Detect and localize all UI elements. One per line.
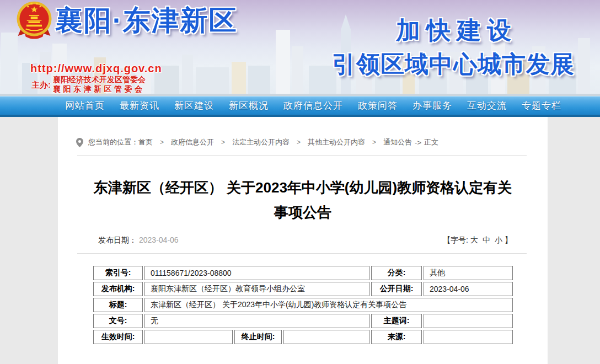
breadcrumb-separator: > (297, 138, 301, 146)
title-divider (77, 253, 527, 254)
article-meta-row: 发布日期：2023-04-06 【字号:大中小】 (98, 235, 512, 245)
font-size-small-button[interactable]: 小 (495, 235, 502, 244)
document-meta-table: 索引号: 011158671/2023-08800 分类: 其他 发布机构: 襄… (92, 264, 515, 346)
article-title-line-1: 东津新区（经开区） 关于2023年中小学(幼儿园)教师资格认定有关 (58, 175, 548, 200)
breadcrumb: 您当前的位置： 首页 > 政府信息公开 > 法定主动公开内容 > 其他主动公开内… (76, 137, 527, 147)
breadcrumb-current: 正文 (424, 137, 438, 147)
font-size-suffix: 】 (505, 235, 512, 244)
breadcrumb-separator: > (221, 138, 225, 146)
breadcrumb-item-gov-info[interactable]: 政府信息公开 (171, 137, 214, 147)
index-number-label: 索引号: (93, 266, 143, 280)
category-label: 分类: (371, 266, 422, 280)
publish-date-label: 发布日期： (98, 235, 137, 244)
effective-date-value (144, 330, 233, 344)
nav-item-interaction[interactable]: 互动交流 (467, 99, 507, 112)
breadcrumb-label: 您当前的位置： (88, 137, 138, 147)
header-banner: 襄阳·东津新区 http://www.djxq.gov.cn 主办: 襄阳经济技… (0, 0, 600, 96)
publish-date: 发布日期：2023-04-06 (98, 235, 179, 245)
font-size-medium-button[interactable]: 中 (483, 235, 490, 244)
nav-item-district-overview[interactable]: 新区概况 (229, 99, 269, 112)
keywords-value (424, 314, 513, 328)
breadcrumb-item-statutory-disclosure[interactable]: 法定主动公开内容 (232, 137, 290, 147)
nav-item-gov-info-disclosure[interactable]: 政府信息公开 (283, 99, 343, 112)
breadcrumb-divider (77, 155, 527, 156)
breadcrumb-separator: > (372, 138, 376, 146)
source-value (424, 330, 513, 344)
national-emblem-icon (15, 1, 53, 40)
end-date-value (283, 330, 369, 344)
doc-number-value: 无 (144, 314, 369, 328)
category-value: 其他 (424, 266, 513, 280)
agency-value: 襄阳东津新区（经开区）教育领导小组办公室 (144, 282, 369, 296)
open-date-value: 2023-04-06 (424, 282, 513, 296)
table-row-index: 索引号: 011158671/2023-08800 分类: 其他 (93, 266, 513, 280)
location-pin-icon (76, 138, 83, 147)
site-title: 襄阳·东津新区 (55, 2, 238, 39)
keywords-label: 主题词: (371, 314, 422, 328)
nav-item-special-columns[interactable]: 专题专栏 (522, 99, 561, 112)
effective-date-label: 生效时间: (93, 330, 143, 344)
nav-item-home[interactable]: 网站首页 (65, 99, 105, 112)
content-panel: 您当前的位置： 首页 > 政府信息公开 > 法定主动公开内容 > 其他主动公开内… (58, 117, 548, 364)
organizer-block: 主办: 襄阳经济技术开发区管委会 襄阳东津新区管委会 (31, 75, 146, 94)
source-label: 来源: (371, 330, 422, 344)
nav-item-services[interactable]: 办事服务 (413, 99, 452, 112)
organizer-line-2: 襄阳东津新区管委会 (53, 84, 146, 94)
open-date-label: 公开日期: (371, 282, 422, 296)
font-size-large-button[interactable]: 大 (470, 235, 478, 244)
doc-title-label: 标题: (93, 298, 143, 312)
nav-item-district-construction[interactable]: 新区建设 (174, 99, 214, 112)
font-size-prefix: 【字号: (443, 235, 468, 244)
page: 襄阳·东津新区 http://www.djxq.gov.cn 主办: 襄阳经济技… (0, 0, 600, 364)
organizer-label: 主办: (31, 80, 51, 94)
breadcrumb-item-other-disclosure[interactable]: 其他主动公开内容 (308, 137, 365, 147)
breadcrumb-separator: > (160, 138, 164, 146)
article-title-line-2: 事项公告 (58, 200, 548, 225)
end-date-label: 终止时间: (234, 330, 282, 344)
organizer-line-1: 襄阳经济技术开发区管委会 (53, 75, 146, 84)
slogan-line-2: 引领区域中心城市发展 (332, 49, 575, 81)
slogan-line-1: 加快建设 (396, 14, 517, 47)
font-size-control: 【字号:大中小】 (443, 235, 512, 245)
breadcrumb-item-home[interactable]: 首页 (138, 137, 153, 147)
index-number-value: 011158671/2023-08800 (144, 266, 369, 280)
main-navbar: 网站首页 最新资讯 新区建设 新区概况 政府信息公开 政策问答 办事服务 互动交… (0, 96, 600, 117)
publish-date-value: 2023-04-06 (139, 235, 179, 244)
nav-item-latest-news[interactable]: 最新资讯 (120, 99, 159, 112)
table-row-docno: 文号: 无 主题词: (93, 314, 513, 328)
table-row-agency: 发布机构: 襄阳东津新区（经开区）教育领导小组办公室 公开日期: 2023-04… (93, 282, 513, 296)
breadcrumb-item-notices[interactable]: 通知公告 (383, 137, 412, 147)
site-url: http://www.djxq.gov.cn (30, 62, 162, 75)
table-row-dates: 生效时间: 终止时间: 来源: (93, 330, 513, 344)
doc-number-label: 文号: (93, 314, 143, 328)
table-row-title: 标题: 东津新区（经开区） 关于2023年中小学(幼儿园)教师资格认定有关事项公… (93, 298, 513, 312)
article-title: 东津新区（经开区） 关于2023年中小学(幼儿园)教师资格认定有关 事项公告 (58, 175, 548, 225)
breadcrumb-arrow-separator: -> (415, 138, 421, 147)
nav-item-policy-qa[interactable]: 政策问答 (358, 99, 398, 112)
doc-title-value: 东津新区（经开区） 关于2023年中小学(幼儿园)教师资格认定有关事项公告 (144, 298, 513, 312)
agency-label: 发布机构: (93, 282, 143, 296)
